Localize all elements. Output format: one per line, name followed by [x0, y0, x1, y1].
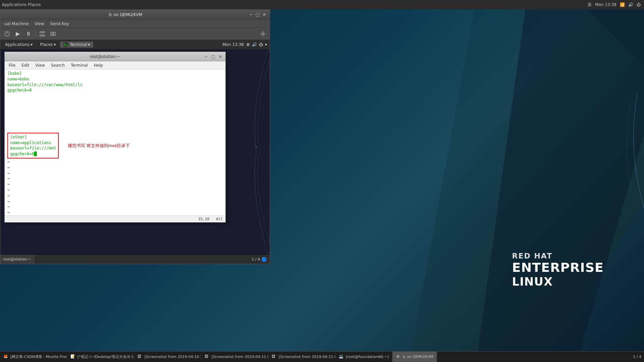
term-section1-baseurl: baseurl=file:///var/www/html/lc [7, 82, 223, 88]
redhat-line3: LINUX [512, 275, 604, 288]
host-apps-label[interactable]: Applications [2, 2, 26, 7]
vm-terminal-arrow: ▾ [88, 42, 90, 47]
vm-page-indicator: 1 / 4 [252, 257, 260, 261]
tilde-line: ~ [7, 210, 223, 216]
qemu-window-controls: ─ □ ✕ [248, 12, 267, 17]
terminal-minimize-button[interactable]: ─ [203, 54, 209, 60]
host-places-label[interactable]: Places [28, 2, 41, 7]
taskbar-qemu[interactable]: 🖥 lc on QEMU/KVM [392, 352, 437, 362]
qemu-toolbar: ▶ ⏸ [0, 28, 270, 40]
vm-power-icon[interactable]: ⏻ [259, 42, 263, 47]
host-taskbar: 🦊 [网文章-CSDN博客 - Mozilla Firefox] 📝 [*笔记 … [0, 351, 644, 362]
vm-places-label: Places [40, 42, 53, 47]
vm-desktop: Applications ▾ Places ▾ Terminal [0, 40, 270, 264]
term-section2-name: name=applications [10, 140, 56, 146]
term-section1-gpg: gpgcheck=0 [7, 87, 223, 93]
taskbar-screenshot1[interactable]: 🖼 [Screenshot from 2019-04-10 16-... [134, 352, 201, 362]
vm-panel-right: Mon 13:38 🖥 🔊 ⏻ ▾ [222, 42, 270, 47]
terminal-window: root@station:~ ─ □ ✕ File Edit View Sear… [4, 52, 226, 223]
root-terminal-icon: 💻 [339, 354, 344, 360]
vm-apps-arrow: ▾ [31, 42, 33, 47]
power-icon[interactable]: ⏻ [637, 2, 641, 7]
sound-icon: 🔊 [628, 2, 633, 7]
qemu-toolbar-separator [35, 30, 36, 38]
svg-rect-5 [40, 32, 42, 33]
tilde-line: ~ [7, 193, 223, 199]
terminal-maximize-button[interactable]: □ [210, 54, 216, 60]
qemu-window: lc on QEMU/KVM ─ □ ✕ ual Machine View Se… [0, 9, 270, 264]
qemu-maximize-button[interactable]: □ [255, 12, 260, 17]
vm-panel-dropdown[interactable]: ▾ [265, 42, 267, 47]
terminal-menu-search[interactable]: Search [48, 62, 67, 68]
qemu-menu-machine[interactable]: ual Machine [2, 21, 31, 27]
taskbar-screenshot2-label: [Screenshot from 2019-04-11 09-... [212, 355, 268, 359]
taskbar-firefox-label: [网文章-CSDN博客 - Mozilla Firefox] [10, 354, 67, 359]
term-section2-baseurl: baseurl=file:///mnt [10, 145, 56, 151]
qemu-menu-view[interactable]: View [32, 21, 47, 27]
tilde-line: ~ [7, 165, 223, 171]
taskbar-screenshot3[interactable]: 🖼 [Screenshot from 2019-04-11 09-... [268, 352, 335, 362]
terminal-menu-view[interactable]: View [33, 62, 47, 68]
vm-taskbar-end: 1 / 4 🔵 [252, 257, 270, 262]
vm-task-terminal[interactable]: root@station:~ [0, 255, 34, 264]
taskbar-notes[interactable]: 📝 [*笔记 (~/Desktop/笔记大全/4.10) -... [67, 352, 134, 362]
taskbar-screenshot2[interactable]: 🖼 [Screenshot from 2019-04-11 09-... [201, 352, 268, 362]
notes-icon: 📝 [70, 354, 76, 360]
vm-bg-graphic [229, 40, 270, 264]
qemu-toolbar-fullscreen-button[interactable] [38, 29, 47, 39]
screenshot2-icon: 🖼 [205, 354, 210, 360]
term-red-box: [other] name=applications baseurl=file:/… [7, 133, 59, 159]
qemu-icon: 🖥 [396, 354, 401, 360]
taskbar-qemu-label: lc on QEMU/KVM [403, 355, 433, 359]
firefox-icon: 🦊 [3, 354, 9, 360]
screenshot1-icon: 🖼 [138, 354, 143, 360]
taskbar-screenshot1-label: [Screenshot from 2019-04-10 16-... [145, 355, 201, 359]
host-topbar-left: Applications Places [0, 2, 41, 7]
qemu-toolbar-resize-button[interactable] [258, 29, 268, 39]
terminal-title: root@station:~ [7, 54, 203, 59]
taskbar-firefox[interactable]: 🦊 [网文章-CSDN博客 - Mozilla Firefox] [0, 352, 67, 362]
tilde-line: ~ [7, 204, 223, 210]
qemu-toolbar-play-button[interactable]: ▶ [13, 29, 22, 39]
term-blank1 [7, 93, 223, 99]
terminal-menu-edit[interactable]: Edit [19, 62, 32, 68]
terminal-menu-file[interactable]: File [6, 62, 18, 68]
terminal-content[interactable]: [bobo] name=bobo baseurl=file:///var/www… [5, 69, 225, 216]
vm-terminal-button[interactable]: Terminal ▾ [60, 42, 94, 48]
qemu-toolbar-screenshot-button[interactable] [48, 29, 58, 39]
terminal-menu-terminal[interactable]: Terminal [68, 62, 91, 68]
term-blank3 [7, 105, 223, 110]
vm-places-button[interactable]: Places ▾ [37, 42, 59, 48]
qemu-menu-sendkey[interactable]: Send Key [48, 21, 72, 27]
vm-applications-button[interactable]: Applications ▾ [2, 42, 36, 48]
qemu-toolbar-pause-button[interactable]: ⏸ [24, 29, 33, 39]
vim-scroll: All [216, 217, 223, 221]
vm-sound-icon: 🔊 [252, 42, 257, 47]
terminal-window-controls: ─ □ ✕ [203, 54, 223, 60]
qemu-minimize-button[interactable]: ─ [248, 12, 254, 17]
terminal-menu-help[interactable]: Help [91, 62, 106, 68]
tilde-line: ~ [7, 182, 223, 187]
qemu-title: lc on QEMU/KVM [3, 12, 248, 17]
taskbar-end: 1 / 4 [633, 355, 644, 359]
qemu-close-button[interactable]: ✕ [262, 12, 267, 17]
vm-panel-left: Applications ▾ Places ▾ Terminal [0, 42, 93, 48]
taskbar-root-terminal[interactable]: 💻 [root@foundation66:~] [335, 352, 392, 362]
term-blank4 [7, 110, 223, 116]
qemu-toolbar-power-button[interactable] [2, 29, 12, 39]
terminal-close-button[interactable]: ✕ [217, 54, 223, 60]
term-highlighted-section: [other] name=applications baseurl=file:/… [7, 133, 59, 159]
host-page-indicator: 1 / 4 [633, 355, 641, 359]
vm-wifi-icon: 🔵 [261, 257, 267, 262]
term-annotation: 规范书写 将文件放到/mnt目录下 [68, 143, 130, 149]
desktop-graphic [409, 0, 644, 362]
qemu-titlebar: lc on QEMU/KVM ─ □ ✕ [0, 10, 270, 20]
vm-terminal-label: Terminal [70, 42, 87, 47]
taskbar-root-label: [root@foundation66:~] [346, 355, 389, 359]
term-section2-gpg: gpgcheck=0█ [10, 151, 56, 157]
host-topbar: Applications Places 英 Mon 13:38 📶 🔊 ⏻ [0, 0, 644, 9]
svg-rect-6 [43, 32, 45, 33]
term-blank6 [7, 121, 223, 127]
vim-position: 15,10 [198, 217, 209, 221]
term-blank5 [7, 116, 223, 121]
